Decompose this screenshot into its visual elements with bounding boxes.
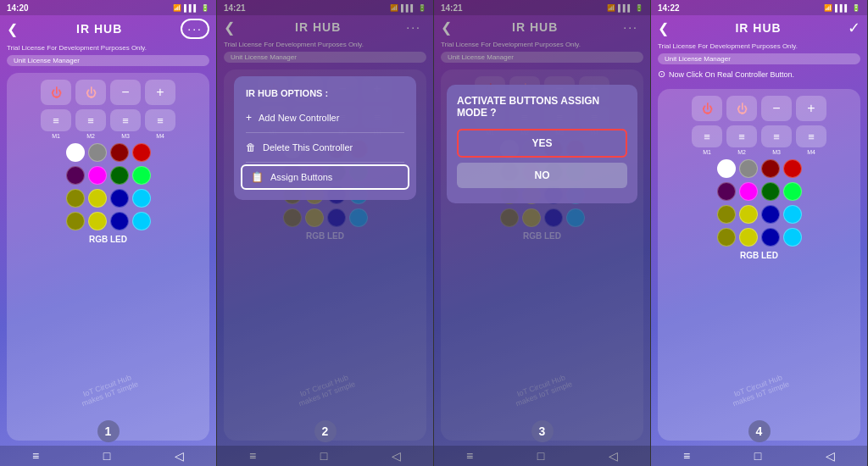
phone-panel-4: 14:22 📶 ▌▌▌ 🔋 ❮IR HUB✓Trial License For …: [651, 0, 868, 466]
color-dot-r2-c1[interactable]: [66, 166, 85, 185]
assign-buttons-item[interactable]: 📋Assign Buttons: [241, 164, 409, 190]
delete-controller-item[interactable]: 🗑Delete This Controller: [234, 135, 416, 160]
plus-btn[interactable]: +: [796, 96, 826, 121]
mode-btn-m2[interactable]: ≡M2: [726, 125, 757, 155]
confirm-yes-button[interactable]: YES: [457, 129, 627, 158]
plus-btn[interactable]: +: [145, 80, 175, 105]
add-controller-label: Add New Controller: [259, 113, 339, 123]
add-icon: +: [246, 112, 252, 124]
mode-btn-m4[interactable]: ≡M4: [145, 109, 175, 139]
phone-panel-2: 14:21 📶 ▌▌▌ 🔋 ❮IR HUB···Trial License Fo…: [217, 0, 434, 466]
check-icon[interactable]: ✓: [848, 19, 860, 37]
mode-label-m4: M4: [156, 133, 164, 139]
phone-panel-3: 14:21 📶 ▌▌▌ 🔋 ❮IR HUB···Trial License Fo…: [434, 0, 651, 466]
color-dot-r3-c2[interactable]: [739, 205, 758, 224]
color-dot-r3-c4[interactable]: [783, 205, 802, 224]
power-btn-1[interactable]: ⏻: [692, 96, 722, 121]
power-row: ⏻⏻−+: [14, 80, 203, 105]
signal-icon: ▌▌▌: [184, 4, 198, 12]
power-btn-1[interactable]: ⏻: [41, 80, 71, 105]
minus-btn[interactable]: −: [761, 96, 792, 121]
mode-icon-m2: ≡: [75, 109, 106, 131]
color-dot-r4-c3[interactable]: [110, 212, 129, 230]
nav-icon[interactable]: ≡: [683, 449, 690, 463]
options-menu: IR HUB OPTIONS :+Add New Controller🗑Dele…: [234, 76, 416, 200]
color-dot-r1-c3[interactable]: [761, 159, 780, 178]
top-bar: ❮IR HUB✓: [651, 15, 867, 41]
mode-icon-m2: ≡: [726, 125, 757, 147]
assign-icon: 📋: [251, 171, 264, 183]
status-bar: 14:20 📶 ▌▌▌ 🔋: [0, 0, 216, 15]
color-dot-r3-c3[interactable]: [110, 189, 129, 208]
nav-icon[interactable]: ≡: [32, 449, 39, 463]
menu-dots-button[interactable]: ···: [181, 19, 209, 39]
color-dot-r4-c1[interactable]: [717, 228, 736, 247]
color-dot-r4-c2[interactable]: [88, 212, 107, 230]
mode-icon-m3: ≡: [110, 109, 141, 131]
mode-label-m1: M1: [52, 133, 60, 139]
color-dot-r3-c4[interactable]: [132, 189, 151, 208]
mode-btn-m3[interactable]: ≡M3: [761, 125, 792, 155]
nav-bar: ≡□◁: [0, 446, 216, 466]
color-row-1: [665, 159, 854, 178]
confirm-no-button[interactable]: NO: [457, 163, 627, 188]
mode-icon-m4: ≡: [796, 125, 826, 147]
color-dot-r1-c2[interactable]: [739, 159, 758, 178]
color-dot-r4-c4[interactable]: [132, 212, 151, 230]
mode-btn-m1[interactable]: ≡M1: [692, 125, 722, 155]
color-dot-r2-c3[interactable]: [761, 182, 780, 201]
mode-icon-m1: ≡: [692, 125, 722, 147]
color-row-4: [665, 228, 854, 247]
instruction-label: Now Click On Real Controller Button.: [669, 70, 794, 79]
divider-1: [246, 132, 404, 133]
mode-label-m3: M3: [121, 133, 130, 139]
back-icon[interactable]: ❮: [7, 21, 18, 37]
nav-icon[interactable]: □: [754, 449, 761, 463]
mode-btn-m1[interactable]: ≡M1: [41, 109, 71, 139]
status-icons: 📶 ▌▌▌ 🔋: [173, 4, 209, 12]
color-dot-r2-c4[interactable]: [132, 166, 151, 185]
color-dot-r1-c2[interactable]: [88, 143, 107, 162]
delete-controller-label: Delete This Controller: [263, 142, 353, 153]
color-dot-r4-c1[interactable]: [66, 212, 85, 230]
wifi-icon: 📶: [824, 4, 832, 12]
color-dot-r4-c3[interactable]: [761, 228, 780, 247]
color-row-2: [665, 182, 854, 201]
color-dot-r3-c3[interactable]: [761, 205, 780, 224]
power-btn-2[interactable]: ⏻: [75, 80, 106, 105]
mode-label-m4: M4: [807, 149, 815, 155]
color-dot-r2-c1[interactable]: [717, 182, 736, 201]
color-dot-r4-c4[interactable]: [783, 228, 802, 247]
nav-icon[interactable]: ◁: [826, 449, 835, 463]
options-menu-title: IR HUB OPTIONS :: [234, 85, 416, 105]
color-dot-r1-c4[interactable]: [132, 143, 151, 162]
add-controller-item[interactable]: +Add New Controller: [234, 105, 416, 130]
color-row-3: [665, 205, 854, 224]
color-dot-r3-c2[interactable]: [88, 189, 107, 208]
signal-icon: ▌▌▌: [835, 4, 849, 12]
color-dot-r1-c4[interactable]: [783, 159, 802, 178]
mode-btn-m3[interactable]: ≡M3: [110, 109, 141, 139]
minus-btn[interactable]: −: [110, 80, 141, 105]
color-dot-r2-c2[interactable]: [739, 182, 758, 201]
color-dot-r2-c2[interactable]: [88, 166, 107, 185]
step-badge-1: 1: [97, 420, 120, 442]
mode-btn-m4[interactable]: ≡M4: [796, 125, 826, 155]
remote-label: RGB LED: [665, 251, 854, 264]
battery-icon: 🔋: [852, 4, 860, 12]
nav-icon[interactable]: ◁: [175, 449, 184, 463]
color-dot-r1-c1[interactable]: [717, 159, 736, 178]
color-dot-r2-c4[interactable]: [783, 182, 802, 201]
color-dot-r4-c2[interactable]: [739, 228, 758, 247]
license-btn[interactable]: Unit License Manager: [7, 55, 209, 66]
color-dot-r1-c1[interactable]: [66, 143, 85, 162]
power-btn-2[interactable]: ⏻: [726, 96, 757, 121]
color-dot-r3-c1[interactable]: [66, 189, 85, 208]
mode-btn-m2[interactable]: ≡M2: [75, 109, 106, 139]
back-icon[interactable]: ❮: [658, 20, 669, 36]
color-dot-r3-c1[interactable]: [717, 205, 736, 224]
color-dot-r2-c3[interactable]: [110, 166, 129, 185]
color-dot-r1-c3[interactable]: [110, 143, 129, 162]
license-btn[interactable]: Unit License Manager: [658, 53, 860, 64]
nav-icon[interactable]: □: [103, 449, 110, 463]
